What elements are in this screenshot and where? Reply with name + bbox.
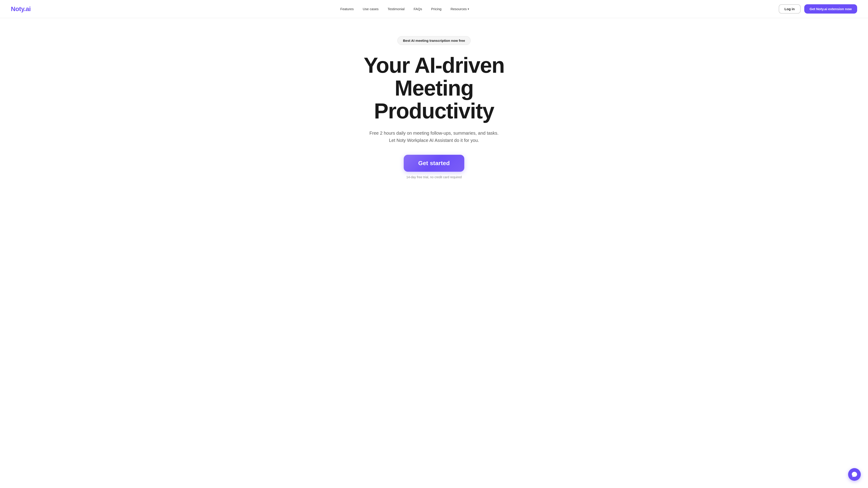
hero-section: Best AI meeting transcription now free Y… <box>0 18 868 201</box>
nav-item-faqs[interactable]: FAQs <box>414 7 422 11</box>
login-button[interactable]: Log in <box>779 4 801 13</box>
get-started-button[interactable]: Get started <box>404 155 464 172</box>
chevron-down-icon: ▾ <box>468 7 469 11</box>
nav-link-pricing[interactable]: Pricing <box>431 7 441 11</box>
nav-link-features[interactable]: Features <box>340 7 354 11</box>
nav-item-use-cases[interactable]: Use cases <box>363 7 379 11</box>
hero-title-line1: Your AI-driven <box>364 53 504 77</box>
logo[interactable]: Noty.ai <box>11 5 31 13</box>
nav-link-use-cases[interactable]: Use cases <box>363 7 379 11</box>
hero-title: Your AI-driven Meeting Productivity <box>332 54 536 122</box>
nav-item-testimonial[interactable]: Testimonial <box>388 7 405 11</box>
get-extension-button[interactable]: Get Noty.ai extension now <box>804 4 857 13</box>
hero-badge: Best AI meeting transcription now free <box>397 36 471 45</box>
nav-link-testimonial[interactable]: Testimonial <box>388 7 405 11</box>
nav-link-resources[interactable]: Resources <box>451 7 467 11</box>
navbar-actions: Log in Get Noty.ai extension now <box>779 4 857 13</box>
trial-note: 14-day free trial, no credit card requir… <box>406 175 462 179</box>
chat-icon <box>851 471 858 478</box>
nav-menu: Features Use cases Testimonial FAQs Pric… <box>340 7 469 11</box>
nav-link-faqs[interactable]: FAQs <box>414 7 422 11</box>
nav-item-pricing[interactable]: Pricing <box>431 7 441 11</box>
hero-subtitle: Free 2 hours daily on meeting follow-ups… <box>368 129 500 144</box>
chat-bubble-button[interactable] <box>848 468 861 481</box>
nav-item-features[interactable]: Features <box>340 7 354 11</box>
navbar: Noty.ai Features Use cases Testimonial F… <box>0 0 868 18</box>
hero-title-line2: Meeting Productivity <box>374 76 494 123</box>
nav-item-resources[interactable]: Resources ▾ <box>451 7 469 11</box>
